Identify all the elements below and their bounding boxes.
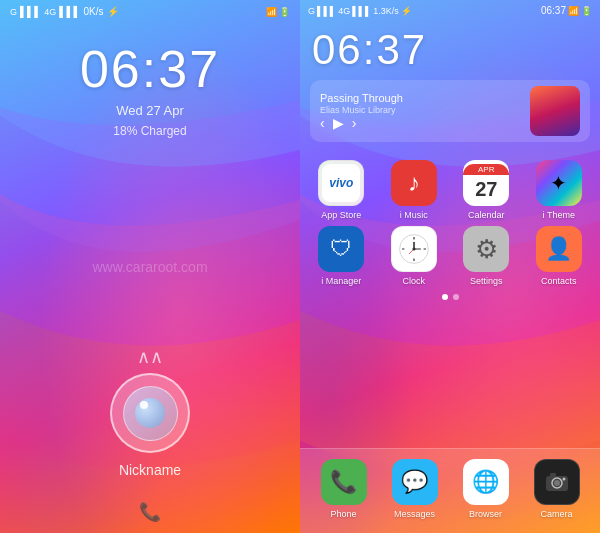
right-signal-bars: ▌▌▌ [317, 6, 336, 16]
lock-inner [123, 386, 178, 441]
left-battery-area: 📶 🔋 [266, 7, 290, 17]
app-calendar[interactable]: APR 27 Calendar [453, 160, 520, 220]
clock-label: Clock [402, 276, 425, 286]
right-signal-info: G ▌▌▌ 4G ▌▌▌ 1.3K/s ⚡ [308, 6, 412, 16]
wifi-icon: 📶 [266, 7, 277, 17]
right-status-right: 06:37 📶 🔋 [541, 5, 592, 16]
music-album-art [530, 86, 580, 136]
bottom-dock: 📞 Phone 💬 Messages 🌐 Browser [300, 448, 600, 533]
nickname-label: Nickname [119, 462, 181, 478]
imanager-label: i Manager [321, 276, 361, 286]
right-wifi: 📶 [568, 6, 579, 16]
lock-time: 06:37 [0, 39, 300, 99]
lock-charge: 18% Charged [0, 124, 300, 138]
svg-point-9 [412, 247, 415, 250]
phone-dock-icon: 📞 [321, 459, 367, 505]
next-button[interactable]: › [352, 115, 357, 131]
dock-browser[interactable]: 🌐 Browser [463, 459, 509, 519]
app-clock[interactable]: Clock [381, 226, 448, 286]
svg-point-14 [562, 478, 565, 481]
contacts-icon: 👤 [536, 226, 582, 272]
music-player[interactable]: Passing Through Elias Music Library ‹ ▶ … [310, 80, 590, 142]
signal-4g: 4G [44, 7, 56, 17]
music-info: Passing Through Elias Music Library ‹ ▶ … [320, 92, 522, 131]
contacts-label: Contacts [541, 276, 577, 286]
dock-camera[interactable]: Camera [534, 459, 580, 519]
dot-2 [453, 294, 459, 300]
clock-svg [398, 233, 430, 265]
dock-messages[interactable]: 💬 Messages [392, 459, 438, 519]
imusic-label: i Music [400, 210, 428, 220]
home-time: 06:37 [300, 26, 600, 74]
play-button[interactable]: ▶ [333, 115, 344, 131]
app-itheme[interactable]: ✦ i Theme [526, 160, 593, 220]
prev-button[interactable]: ‹ [320, 115, 325, 131]
messages-dock-icon: 💬 [392, 459, 438, 505]
app-appstore[interactable]: vivo App Store [308, 160, 375, 220]
right-status-bar: G ▌▌▌ 4G ▌▌▌ 1.3K/s ⚡ 06:37 📶 🔋 [300, 0, 600, 18]
settings-label: Settings [470, 276, 503, 286]
app-settings[interactable]: ⚙ Settings [453, 226, 520, 286]
lock-screen: G ▌▌▌ 4G ▌▌▌ 0K/s ⚡ 📶 🔋 06:37 Wed 27 Apr… [0, 0, 300, 533]
browser-dock-icon: 🌐 [463, 459, 509, 505]
left-status-bar: G ▌▌▌ 4G ▌▌▌ 0K/s ⚡ 📶 🔋 [0, 0, 300, 19]
right-signal-4g: 4G [338, 6, 350, 16]
messages-label: Messages [394, 509, 435, 519]
appstore-icon: vivo [318, 160, 364, 206]
calendar-label: Calendar [468, 210, 505, 220]
app-imanager[interactable]: 🛡 i Manager [308, 226, 375, 286]
camera-dock-icon [534, 459, 580, 505]
right-speed: 1.3K/s [373, 6, 399, 16]
right-status-time: 06:37 [541, 5, 566, 16]
app-grid-row1: vivo App Store ♪ i Music APR 27 Calendar… [300, 148, 600, 292]
battery-icon: 🔋 [279, 7, 290, 17]
itheme-icon: ✦ [536, 160, 582, 206]
itheme-label: i Theme [543, 210, 575, 220]
right-battery: 🔋 [581, 6, 592, 16]
settings-icon: ⚙ [463, 226, 509, 272]
dock-phone[interactable]: 📞 Phone [321, 459, 367, 519]
lock-date: Wed 27 Apr [0, 103, 300, 118]
music-title: Passing Through [320, 92, 522, 104]
camera-label: Camera [540, 509, 572, 519]
signal-bars: ▌▌▌ [20, 6, 41, 17]
right-usb: ⚡ [401, 6, 412, 16]
right-signal-bars2: ▌▌▌ [352, 6, 371, 16]
clock-icon [391, 226, 437, 272]
usb-icon: ⚡ [107, 6, 119, 17]
svg-point-13 [554, 480, 560, 486]
swipe-hint: ∧∧ [137, 346, 163, 368]
imusic-icon: ♪ [391, 160, 437, 206]
browser-label: Browser [469, 509, 502, 519]
music-artist: Elias Music Library [320, 105, 522, 115]
vivo-logo: vivo [322, 164, 360, 202]
water-drop-icon [130, 393, 170, 433]
speed-indicator: 0K/s [84, 6, 104, 17]
left-signal-info: G ▌▌▌ 4G ▌▌▌ 0K/s ⚡ [10, 6, 119, 17]
left-bottom-bar: 📞 [0, 501, 300, 523]
phone-icon-left: 📞 [139, 501, 161, 523]
appstore-label: App Store [321, 210, 361, 220]
signal-g: G [10, 7, 17, 17]
app-contacts[interactable]: 👤 Contacts [526, 226, 593, 286]
page-dots [300, 294, 600, 300]
calendar-icon: APR 27 [463, 160, 509, 206]
camera-svg [543, 468, 571, 496]
dot-1 [442, 294, 448, 300]
right-signal-g: G [308, 6, 315, 16]
signal-bars2: ▌▌▌ [59, 6, 80, 17]
svg-rect-11 [550, 473, 556, 477]
phone-label: Phone [330, 509, 356, 519]
home-screen: G ▌▌▌ 4G ▌▌▌ 1.3K/s ⚡ 06:37 📶 🔋 06:37 Pa… [300, 0, 600, 533]
imanager-icon: 🛡 [318, 226, 364, 272]
app-imusic[interactable]: ♪ i Music [381, 160, 448, 220]
lock-circle[interactable] [110, 373, 190, 453]
music-controls[interactable]: ‹ ▶ › [320, 115, 522, 131]
